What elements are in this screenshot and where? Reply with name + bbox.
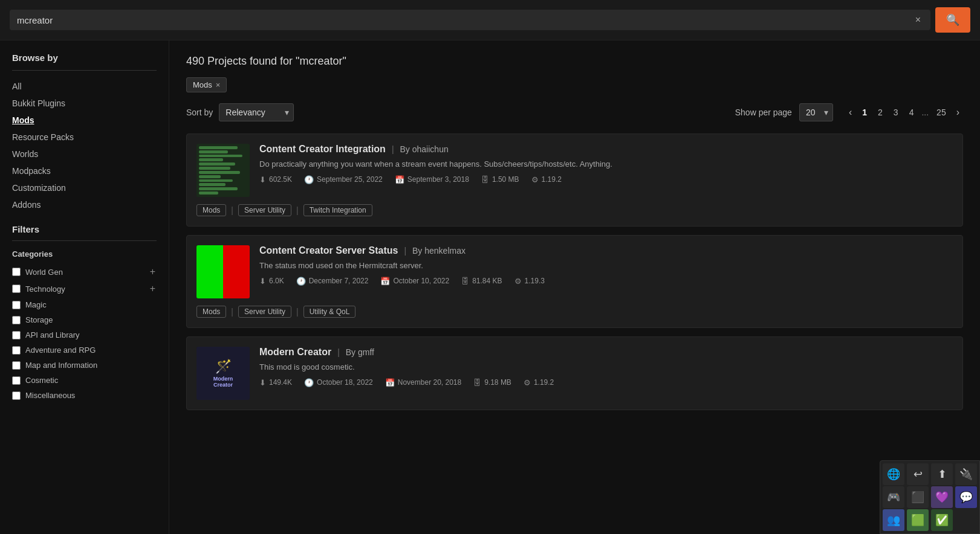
sidebar-item-bukkit-plugins[interactable]: Bukkit Plugins <box>12 95 157 112</box>
downloads-value: 602.5K <box>269 175 292 184</box>
category-world-gen[interactable]: World Gen + <box>12 263 157 280</box>
page-button-1[interactable]: 1 <box>858 105 871 120</box>
meta-downloads: ⬇ 149.4K <box>259 378 292 387</box>
sidebar-item-modpacks[interactable]: Modpacks <box>12 162 157 179</box>
calendar-icon: 📅 <box>385 378 395 387</box>
sidebar-item-resource-packs[interactable]: Resource Packs <box>12 129 157 146</box>
version-icon: ⚙ <box>531 175 539 184</box>
meta-updated: 🕐 December 7, 2022 <box>296 277 369 286</box>
taskbar-icon-teams[interactable]: 👥 <box>883 509 904 531</box>
category-technology-expand[interactable]: + <box>149 283 157 294</box>
category-magic[interactable]: Magic <box>12 297 157 312</box>
meta-size: 🗄 1.50 MB <box>481 175 519 184</box>
sidebar-item-addons[interactable]: Addons <box>12 196 157 213</box>
filter-tag-mods[interactable]: Mods × <box>186 77 227 92</box>
layout: Browse by All Bukkit Plugins Mods Resour… <box>0 40 980 534</box>
category-api-library[interactable]: API and Library <box>12 327 157 343</box>
category-adventure-rpg-checkbox[interactable] <box>12 346 21 355</box>
category-technology-checkbox[interactable] <box>12 285 21 293</box>
page-button-3[interactable]: 3 <box>889 105 903 120</box>
per-page-select[interactable]: 20 40 60 <box>799 103 833 121</box>
category-map-information-checkbox[interactable] <box>12 361 21 370</box>
page-button-2[interactable]: 2 <box>874 105 887 120</box>
card-info: Content Creator Server Status | By henke… <box>259 245 953 286</box>
categories-title: Categories <box>12 249 157 259</box>
search-input[interactable]: mcreator <box>17 15 908 25</box>
project-thumb <box>196 144 250 197</box>
category-cosmetic-checkbox[interactable] <box>12 376 21 385</box>
sidebar-item-all[interactable]: All <box>12 78 157 95</box>
sidebar-item-mods[interactable]: Mods <box>12 112 157 129</box>
filter-tag-mods-remove[interactable]: × <box>216 80 221 89</box>
category-world-gen-expand[interactable]: + <box>149 266 157 277</box>
category-api-library-checkbox[interactable] <box>12 331 21 339</box>
page-button-25[interactable]: 25 <box>932 105 950 120</box>
search-submit-button[interactable]: 🔍 <box>935 7 970 33</box>
category-magic-label: Magic <box>25 300 157 309</box>
taskbar-icon-up[interactable]: ⬆ <box>931 463 953 485</box>
tag-twitch-integration[interactable]: Twitch Integration <box>303 204 372 216</box>
card-top: 🪄 ModernCreator Modern Creator | By gmff… <box>196 347 953 400</box>
category-world-gen-checkbox[interactable] <box>12 268 21 276</box>
category-technology[interactable]: Technology + <box>12 280 157 297</box>
clock-icon: 🕐 <box>304 378 314 387</box>
category-adventure-rpg[interactable]: Adventure and RPG <box>12 343 157 358</box>
sort-wrap: Sort by Relevancy Downloads Last Updated… <box>186 103 294 121</box>
clock-icon: 🕐 <box>304 175 314 184</box>
created-value: October 10, 2022 <box>393 277 449 285</box>
search-clear-button[interactable]: × <box>913 14 923 25</box>
tag-utility-qol[interactable]: Utility & QoL <box>303 306 356 318</box>
category-miscellaneous[interactable]: Miscellaneous <box>12 388 157 403</box>
taskbar-icon-chrome[interactable]: 🌐 <box>883 463 904 485</box>
project-thumb: 🪄 ModernCreator <box>196 347 250 400</box>
project-title[interactable]: Modern Creator <box>259 347 331 358</box>
sidebar-item-worlds[interactable]: Worlds <box>12 146 157 162</box>
meta-updated: 🕐 October 18, 2022 <box>304 378 373 387</box>
tag-server-utility[interactable]: Server Utility <box>238 204 291 216</box>
category-storage-checkbox[interactable] <box>12 316 21 324</box>
category-cosmetic[interactable]: Cosmetic <box>12 373 157 388</box>
size-icon: 🗄 <box>473 378 481 387</box>
card-meta: ⬇ 6.0K 🕐 December 7, 2022 📅 October 10, … <box>259 277 953 286</box>
meta-mc-version: ⚙ 1.19.2 <box>531 175 562 184</box>
taskbar-icon-nvidia[interactable]: 🟩 <box>907 509 929 531</box>
category-storage[interactable]: Storage <box>12 312 157 327</box>
size-value: 9.18 MB <box>484 378 511 387</box>
meta-created: 📅 October 10, 2022 <box>380 277 449 286</box>
size-value: 81.84 KB <box>472 277 502 285</box>
taskbar-icon-back[interactable]: ↩ <box>907 463 929 485</box>
calendar-icon: 📅 <box>395 175 404 184</box>
project-title[interactable]: Content Creator Integration <box>259 144 386 155</box>
project-title[interactable]: Content Creator Server Status <box>259 245 398 256</box>
page-button-4[interactable]: 4 <box>905 105 918 120</box>
updated-value: September 25, 2022 <box>317 175 383 184</box>
sort-select[interactable]: Relevancy Downloads Last Updated Newest <box>219 103 294 121</box>
created-value: November 20, 2018 <box>398 378 461 387</box>
category-map-information[interactable]: Map and Information <box>12 358 157 373</box>
category-adventure-rpg-label: Adventure and RPG <box>25 346 157 355</box>
taskbar-icon-plug[interactable]: 🔌 <box>955 463 977 485</box>
tag-mods[interactable]: Mods <box>196 204 226 216</box>
category-miscellaneous-checkbox[interactable] <box>12 391 21 400</box>
results-title: 490 Projects found for "mcreator" <box>186 55 963 68</box>
tag-server-utility[interactable]: Server Utility <box>238 306 291 318</box>
sidebar: Browse by All Bukkit Plugins Mods Resour… <box>0 40 169 534</box>
project-desc: Do practically anything you want when a … <box>259 158 953 170</box>
taskbar-icon-game[interactable]: 🎮 <box>883 486 904 508</box>
tag-mods[interactable]: Mods <box>196 306 226 318</box>
project-author: By gmff <box>346 347 374 357</box>
taskbar-icon-discord[interactable]: 💬 <box>955 486 977 508</box>
taskbar-icon-check[interactable]: ✅ <box>931 509 953 531</box>
category-map-information-label: Map and Information <box>25 361 157 370</box>
next-page-button[interactable]: › <box>953 105 963 120</box>
sidebar-item-customization[interactable]: Customization <box>12 179 157 196</box>
category-cosmetic-label: Cosmetic <box>25 376 157 385</box>
card-info: Modern Creator | By gmff This mod is goo… <box>259 347 953 387</box>
taskbar-icon-purple[interactable]: 💜 <box>931 486 953 508</box>
card-title-row: Modern Creator | By gmff <box>259 347 953 358</box>
prev-page-button[interactable]: ‹ <box>845 105 855 120</box>
card-top: Content Creator Server Status | By henke… <box>196 245 953 298</box>
category-magic-checkbox[interactable] <box>12 301 21 309</box>
browse-by-title: Browse by <box>12 53 157 63</box>
taskbar-icon-grid[interactable]: ⬛ <box>907 486 929 508</box>
